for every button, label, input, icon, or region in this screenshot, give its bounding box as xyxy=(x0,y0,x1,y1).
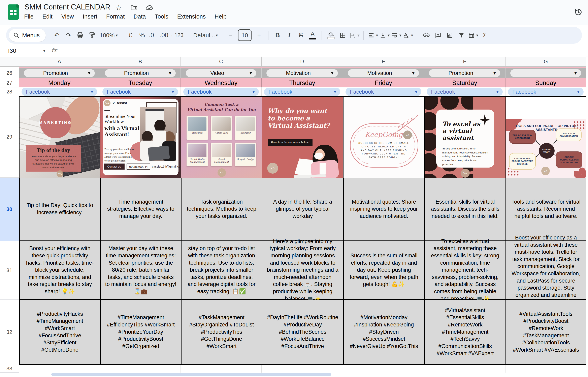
select-all-corner[interactable] xyxy=(0,57,19,67)
cell-g26[interactable]: ▼ xyxy=(506,68,586,78)
sheets-logo-icon[interactable] xyxy=(8,4,19,20)
column-header-b[interactable]: B xyxy=(100,57,181,67)
row-header-28[interactable]: 28 xyxy=(0,87,19,96)
cell-f27-day[interactable]: Saturday xyxy=(424,78,506,87)
cloud-status-icon[interactable] xyxy=(145,4,153,12)
platform-dropdown-chip[interactable]: Facebook▼ xyxy=(102,88,178,96)
cell-d33[interactable] xyxy=(262,365,343,373)
cell-d32[interactable]: #DayInTheLife #WorkRoutine #ProductiveDa… xyxy=(262,300,343,365)
platform-dropdown-chip[interactable]: Facebook▼ xyxy=(508,88,584,96)
cell-a30[interactable]: Tip of the Day: Quick tips to increase e… xyxy=(19,178,100,241)
cell-f33[interactable] xyxy=(424,365,506,373)
column-header-a[interactable]: A xyxy=(19,57,100,67)
menu-help[interactable]: Help xyxy=(215,13,226,20)
currency-format-icon[interactable]: £ xyxy=(124,29,136,41)
cell-d26[interactable]: Motivation▼ xyxy=(262,68,343,78)
cell-b30[interactable]: Time management strategies: Effective wa… xyxy=(100,178,181,241)
row-header-29[interactable]: 29 xyxy=(0,96,19,178)
post-image-sunday[interactable]: TOOLS AND SOFTWARE FOR VIRTUAL ASSISTANT… xyxy=(506,96,586,178)
increase-decimal-icon[interactable]: .00→ xyxy=(159,29,173,41)
menu-insert[interactable]: Insert xyxy=(83,13,97,20)
cell-c30[interactable]: Task organization techniques: Methods to… xyxy=(181,178,262,241)
cell-d27-day[interactable]: Thursday xyxy=(262,78,343,87)
namebox-dropdown-icon[interactable]: ▾ xyxy=(43,48,45,53)
row-header-32[interactable]: 32 xyxy=(0,300,19,365)
create-filter-icon[interactable] xyxy=(456,29,467,41)
menu-file[interactable]: File xyxy=(24,13,34,20)
cell-g33[interactable] xyxy=(506,365,586,373)
cell-f32[interactable]: #VirtualAssistant #EssentialSkills #Remo… xyxy=(424,300,506,365)
cell-b26[interactable]: Promotion▼ xyxy=(100,68,181,78)
cell-b33[interactable] xyxy=(100,365,181,373)
column-header-g[interactable]: G xyxy=(506,57,586,67)
undo-icon[interactable]: ↶ xyxy=(51,29,63,41)
cell-a26[interactable]: Promotion▼ xyxy=(19,68,100,78)
name-box[interactable]: I30 ▾ xyxy=(4,46,45,55)
document-title[interactable]: SMM Content CALENDAR xyxy=(24,3,110,11)
cell-e32[interactable]: #MotivationMonday #Inspiration #KeepGoin… xyxy=(343,300,424,365)
cell-a33[interactable] xyxy=(19,365,100,373)
decrease-font-size-button[interactable]: − xyxy=(225,29,236,41)
cell-g30[interactable]: Tools and software for virtual assistant… xyxy=(506,178,586,241)
font-size-input[interactable]: 10 xyxy=(238,29,251,41)
category-dropdown-chip[interactable]: Promotion▼ xyxy=(105,69,176,77)
post-image-friday[interactable]: KeepGoing VA SUCCESS IS THE SUM OF SMALL… xyxy=(343,96,424,178)
cell-e28[interactable]: Facebook▼ xyxy=(343,87,424,96)
post-image-monday[interactable]: MARKETING Tip of the day Learn more abou… xyxy=(19,96,100,178)
row-header-30-selected[interactable]: 30 xyxy=(0,178,19,241)
insert-comment-icon[interactable] xyxy=(432,29,444,41)
platform-dropdown-chip[interactable]: Facebook▼ xyxy=(427,88,503,96)
row-header-33[interactable]: 33 xyxy=(0,365,19,373)
row-header-26[interactable]: 26 xyxy=(0,68,19,78)
star-icon[interactable]: ☆ xyxy=(115,4,123,12)
post-image-thursday[interactable]: Why do you want to become a Virtual Assi… xyxy=(262,96,343,178)
cell-c28[interactable]: Facebook▼ xyxy=(181,87,262,96)
more-formats-icon[interactable]: 123 xyxy=(173,29,185,41)
italic-icon[interactable]: I xyxy=(283,29,295,41)
column-header-f[interactable]: F xyxy=(424,57,506,67)
bold-icon[interactable]: B xyxy=(272,29,283,41)
font-name-select[interactable]: Defaul... xyxy=(193,32,215,39)
cell-e31[interactable]: Success is the sum of small efforts, rep… xyxy=(343,241,424,300)
functions-icon[interactable]: Σ xyxy=(479,29,491,41)
cell-e27-day[interactable]: Friday xyxy=(343,78,424,87)
post-image-tuesday[interactable]: VA V–Assist Streamline Your Workflow wit… xyxy=(100,96,181,178)
platform-dropdown-chip[interactable]: Facebook▼ xyxy=(22,88,97,96)
menu-edit[interactable]: Edit xyxy=(43,13,53,20)
percent-format-icon[interactable]: % xyxy=(136,29,148,41)
font-dropdown-icon[interactable]: ▾ xyxy=(216,33,218,38)
cell-d31[interactable]: Here's a glimpse into my typical workday… xyxy=(262,241,343,300)
column-header-c[interactable]: C xyxy=(181,57,262,67)
decrease-decimal-icon[interactable]: .0← xyxy=(148,29,159,41)
horizontal-scrollbar[interactable] xyxy=(51,373,331,376)
cell-g27-day[interactable]: Sunday xyxy=(506,78,586,87)
cell-g32[interactable]: #VirtualAssistantTools #ProductivityBoos… xyxy=(506,300,586,365)
cell-a28[interactable]: Facebook▼ xyxy=(19,87,100,96)
increase-font-size-button[interactable]: + xyxy=(253,29,265,41)
insert-link-icon[interactable] xyxy=(420,29,432,41)
column-header-e[interactable]: E xyxy=(343,57,424,67)
menu-extensions[interactable]: Extensions xyxy=(177,13,206,20)
text-rotation-icon[interactable]: ▾ xyxy=(402,29,414,41)
platform-dropdown-chip[interactable]: Facebook▼ xyxy=(183,88,259,96)
cell-d28[interactable]: Facebook▼ xyxy=(262,87,343,96)
post-image-saturday[interactable]: To excel as a virtual assistant Strong c… xyxy=(424,96,506,178)
platform-dropdown-chip[interactable]: Facebook▼ xyxy=(264,88,340,96)
row-header-31[interactable]: 31 xyxy=(0,241,19,300)
menu-tools[interactable]: Tools xyxy=(155,13,169,20)
cell-a31[interactable]: Boost your efficiency with these quick p… xyxy=(19,241,100,300)
cell-f30[interactable]: Essential skills for virtual assistants:… xyxy=(424,178,506,241)
menu-format[interactable]: Format xyxy=(106,13,125,20)
fill-color-icon[interactable] xyxy=(325,29,337,41)
cell-a27-day[interactable]: Monday xyxy=(19,78,100,87)
menu-view[interactable]: View xyxy=(61,13,74,20)
insert-table-icon[interactable]: ▾ xyxy=(467,29,479,41)
zoom-dropdown-icon[interactable]: ▾ xyxy=(116,33,118,38)
paint-format-icon[interactable] xyxy=(86,29,98,41)
vertical-align-icon[interactable]: ▾ xyxy=(379,29,390,41)
text-wrap-icon[interactable]: ▾ xyxy=(390,29,402,41)
merge-cells-icon[interactable]: ▾ xyxy=(349,29,360,41)
cell-b31[interactable]: Master your day with these time manageme… xyxy=(100,241,181,300)
cell-e33[interactable] xyxy=(343,365,424,373)
cell-c33[interactable] xyxy=(181,365,262,373)
